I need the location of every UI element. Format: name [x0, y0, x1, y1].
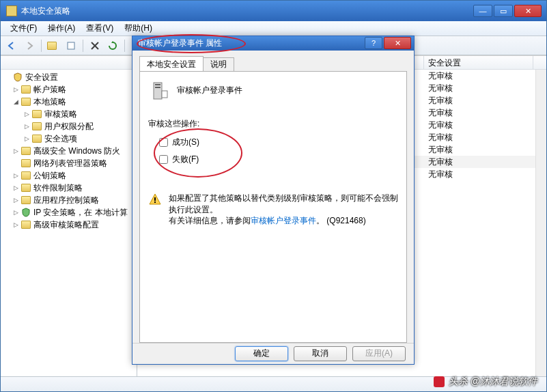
expander-icon[interactable]: ▷ — [12, 221, 20, 229]
list-cell-setting: 无审核 — [424, 156, 533, 168]
tree-item[interactable]: ▷用户权限分配 — [1, 120, 137, 132]
tree-item[interactable]: ▷高级安全 Windows 防火 — [1, 145, 137, 157]
folder-icon — [21, 98, 31, 106]
tree-item-label: 审核策略 — [44, 109, 77, 120]
security-icon — [13, 72, 23, 82]
dialog-help-button[interactable]: ? — [365, 37, 382, 49]
dialog-close-button[interactable]: ✕ — [384, 37, 411, 49]
tab-explain[interactable]: 说明 — [203, 57, 234, 71]
expander-icon[interactable] — [12, 159, 20, 167]
folder-icon — [21, 171, 31, 180]
tree-item-label: 高级安全 Windows 防火 — [33, 145, 120, 157]
checkbox-failure-label: 失败(F) — [172, 154, 199, 165]
tree-item-label: IP 安全策略，在 本地计算 — [33, 207, 128, 219]
up-button[interactable] — [45, 38, 61, 53]
apply-button[interactable]: 应用(A) — [352, 346, 406, 361]
menu-action[interactable]: 操作(A) — [42, 21, 81, 36]
app-icon — [6, 5, 17, 16]
tree-item-label: 用户权限分配 — [44, 121, 94, 132]
tree-item-label: 高级审核策略配置 — [33, 219, 99, 231]
list-col-setting[interactable]: 安全设置 — [424, 56, 533, 69]
checkbox-failure[interactable] — [159, 155, 168, 164]
list-cell-setting: 无审核 — [424, 70, 533, 82]
properties-dialog: 审核帐户登录事件 属性 ? ✕ 本地安全设置 说明 审核帐户登录事件 审核这些操… — [132, 36, 415, 365]
watermark-icon — [434, 376, 445, 387]
expander-icon[interactable]: ▷ — [23, 122, 31, 130]
folder-icon — [21, 159, 31, 167]
properties-button[interactable] — [63, 38, 79, 53]
folder-icon — [21, 147, 31, 155]
tree-item-label: 安全选项 — [44, 133, 77, 145]
svg-rect-7 — [154, 201, 156, 203]
expander-icon[interactable]: ▷ — [12, 171, 20, 180]
server-icon — [148, 80, 170, 102]
delete-button[interactable] — [87, 38, 103, 53]
audit-label: 审核这些操作: — [148, 118, 398, 130]
tree-item[interactable]: ◢本地策略 — [1, 96, 137, 108]
ok-button[interactable]: 确定 — [235, 346, 288, 361]
expander-icon[interactable]: ▷ — [12, 196, 20, 204]
menu-help[interactable]: 帮助(H) — [119, 21, 158, 36]
tree-item-label: 帐户策略 — [33, 84, 66, 96]
forward-button[interactable] — [21, 38, 38, 53]
tree-item[interactable]: ▷高级审核策略配置 — [1, 219, 137, 231]
warning-link[interactable]: 审核帐户登录事件 — [251, 216, 316, 225]
back-button[interactable] — [3, 38, 20, 53]
expander-icon[interactable]: ◢ — [12, 98, 20, 106]
svg-rect-4 — [155, 87, 160, 88]
minimize-button[interactable]: — — [473, 5, 492, 17]
folder-icon — [32, 122, 42, 130]
svg-rect-3 — [155, 84, 160, 85]
tree-item[interactable]: ▷IP 安全策略，在 本地计算 — [1, 206, 137, 219]
tree-item-label: 公钥策略 — [33, 170, 66, 182]
list-cell-setting: 无审核 — [424, 119, 533, 131]
tree-item-label: 网络列表管理器策略 — [33, 158, 107, 169]
policy-name: 审核帐户登录事件 — [177, 85, 242, 96]
folder-icon — [21, 221, 31, 229]
folder-icon — [21, 184, 31, 192]
tab-local-security[interactable]: 本地安全设置 — [139, 56, 204, 71]
svg-rect-0 — [68, 42, 74, 49]
menu-file[interactable]: 文件(F) — [5, 21, 42, 36]
tree-item[interactable]: ▷应用程序控制策略 — [1, 194, 137, 206]
tree-item[interactable]: ▷审核策略 — [1, 108, 137, 120]
titlebar: 本地安全策略 — ▭ ✕ — [1, 1, 546, 21]
folder-icon — [32, 110, 42, 118]
warning-text: 如果配置了其他策略以替代类别级别审核策略，则可能不会强制执行此设置。 有关详细信… — [169, 193, 398, 227]
tree-item[interactable]: ▷帐户策略 — [1, 83, 137, 96]
svg-rect-6 — [154, 197, 156, 201]
tree-item-label: 软件限制策略 — [33, 182, 83, 194]
window-title: 本地安全策略 — [21, 5, 70, 17]
scrollbar[interactable] — [535, 70, 546, 376]
menu-view[interactable]: 查看(V) — [81, 21, 119, 36]
tree-item[interactable]: ▷公钥策略 — [1, 169, 137, 182]
folder-icon — [21, 85, 31, 94]
dialog-title: 审核帐户登录事件 属性 — [138, 38, 222, 49]
expander-icon[interactable]: ▷ — [12, 184, 20, 192]
list-cell-setting: 无审核 — [424, 82, 533, 94]
tree-pane: 安全设置 ▷帐户策略◢本地策略▷审核策略▷用户权限分配▷安全选项▷高级安全 Wi… — [1, 56, 137, 376]
maximize-button[interactable]: ▭ — [494, 5, 513, 17]
tree-item[interactable]: 网络列表管理器策略 — [1, 157, 137, 169]
tree-root[interactable]: 安全设置 — [1, 71, 137, 83]
warning-icon — [148, 193, 162, 206]
watermark: 头杀 @沐沐君说软件 — [434, 376, 537, 388]
dialog-tabs: 本地安全设置 说明 — [139, 56, 407, 71]
expander-icon[interactable]: ▷ — [12, 147, 20, 155]
list-cell-setting: 无审核 — [424, 143, 533, 156]
expander-icon[interactable]: ▷ — [23, 135, 31, 143]
tree: 安全设置 ▷帐户策略◢本地策略▷审核策略▷用户权限分配▷安全选项▷高级安全 Wi… — [1, 70, 137, 232]
cancel-button[interactable]: 取消 — [294, 346, 347, 361]
list-cell-setting: 无审核 — [424, 131, 533, 143]
refresh-button[interactable] — [104, 38, 121, 53]
tree-item[interactable]: ▷软件限制策略 — [1, 182, 137, 194]
folder-icon — [32, 135, 42, 143]
tree-item[interactable]: ▷安全选项 — [1, 132, 137, 145]
checkbox-success[interactable] — [159, 138, 168, 147]
expander-icon[interactable]: ▷ — [12, 208, 20, 216]
list-cell-setting: 无审核 — [424, 168, 533, 180]
dialog-titlebar: 审核帐户登录事件 属性 ? ✕ — [132, 36, 414, 51]
close-button[interactable]: ✕ — [514, 5, 542, 17]
expander-icon[interactable]: ▷ — [23, 110, 31, 118]
expander-icon[interactable]: ▷ — [12, 85, 20, 94]
